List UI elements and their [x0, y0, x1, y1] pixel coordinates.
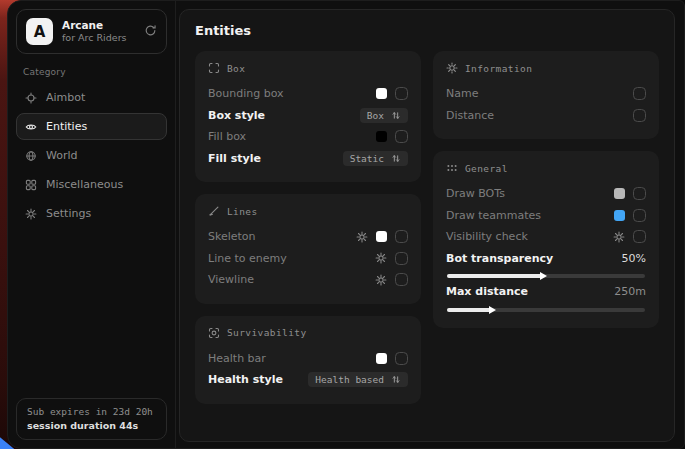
name-checkbox[interactable]	[633, 87, 646, 100]
viewline-checkbox[interactable]	[395, 273, 408, 286]
group-title: Information	[465, 63, 532, 74]
sidebar-item-label: Aimbot	[46, 91, 85, 104]
group-header-lines: Lines	[208, 205, 408, 217]
brand-text: Arcane for Arc Riders	[62, 19, 135, 44]
bot-transparency-value: 50%	[622, 252, 646, 265]
box-corners-icon	[208, 62, 220, 74]
row-draw-teammates: Draw teammates	[446, 205, 646, 227]
app-logo: A	[26, 18, 53, 45]
gear-icon[interactable]	[375, 252, 387, 264]
row-controls	[376, 130, 408, 143]
slider-fill	[447, 274, 542, 278]
color-swatch[interactable]	[376, 131, 387, 142]
columns: BoxBounding boxBox styleBoxFill boxFill …	[195, 51, 659, 404]
row-label-max-distance: Max distance	[446, 285, 528, 298]
slider-fill	[447, 308, 491, 312]
draw-teammates-checkbox[interactable]	[633, 209, 646, 222]
color-swatch[interactable]	[614, 210, 625, 221]
group-header-box: Box	[208, 62, 408, 74]
max-distance-slider[interactable]	[447, 308, 645, 312]
row-controls	[613, 230, 646, 243]
fill-box-checkbox[interactable]	[395, 130, 408, 143]
sidebar-item-world[interactable]: World	[16, 142, 167, 169]
row-bounding-box: Bounding box	[208, 83, 408, 105]
row-label-draw-bots: Draw BOTs	[446, 187, 505, 200]
distance-checkbox[interactable]	[633, 109, 646, 122]
row-viewline: Viewline	[208, 269, 408, 291]
color-swatch[interactable]	[376, 231, 387, 242]
row-controls: 250m	[614, 285, 646, 298]
main-card: Entities BoxBounding boxBox styleBoxFill…	[179, 9, 675, 442]
row-controls	[376, 87, 408, 100]
row-controls	[376, 352, 408, 365]
page-title: Entities	[195, 23, 659, 38]
gear-icon	[25, 208, 37, 220]
gear-icon[interactable]	[356, 231, 368, 243]
sidebar: A Arcane for Arc Riders Category AimbotE…	[8, 1, 176, 448]
draw-bots-checkbox[interactable]	[633, 187, 646, 200]
max-distance-value: 250m	[614, 285, 646, 298]
row-draw-bots: Draw BOTs	[446, 183, 646, 205]
sidebar-item-label: Entities	[46, 120, 87, 133]
sidebar-item-miscellaneous[interactable]: Miscellaneous	[16, 171, 167, 198]
row-label-visibility-check: Visibility check	[446, 230, 528, 243]
grid-icon	[25, 179, 37, 191]
group-title: Box	[227, 63, 245, 74]
row-health-style: Health styleHealth based	[208, 369, 408, 391]
sidebar-item-settings[interactable]: Settings	[16, 200, 167, 227]
sidebar-item-label: World	[46, 149, 78, 162]
row-label-health-bar: Health bar	[208, 352, 266, 365]
brand-card: A Arcane for Arc Riders	[16, 9, 167, 54]
sync-icon[interactable]	[144, 22, 157, 41]
crosshair-icon	[25, 92, 37, 104]
skeleton-checkbox[interactable]	[395, 230, 408, 243]
row-controls: Static	[343, 151, 408, 166]
gear-icon[interactable]	[375, 274, 387, 286]
slider-thumb[interactable]	[489, 306, 496, 314]
row-label-health-style: Health style	[208, 373, 283, 386]
fill-style-select[interactable]: Static	[343, 151, 408, 166]
health-bar-checkbox[interactable]	[395, 352, 408, 365]
row-label-skeleton: Skeleton	[208, 230, 256, 243]
line-icon	[208, 205, 220, 217]
row-max-distance: Max distance250m	[446, 281, 646, 303]
subscription-card: Sub expires in 23d 20h session duration …	[16, 398, 167, 440]
row-controls	[633, 109, 646, 122]
color-swatch[interactable]	[376, 88, 387, 99]
session-duration: session duration 44s	[27, 420, 156, 431]
group-general: GeneralDraw BOTsDraw teammatesVisibility…	[433, 151, 659, 328]
visibility-check-checkbox[interactable]	[633, 230, 646, 243]
bot-transparency-slider[interactable]	[447, 274, 645, 278]
line-to-enemy-checkbox[interactable]	[395, 252, 408, 265]
color-swatch[interactable]	[614, 188, 625, 199]
right-column: InformationNameDistanceGeneralDraw BOTsD…	[433, 51, 659, 328]
row-label-distance: Distance	[446, 109, 494, 122]
row-label-name: Name	[446, 87, 478, 100]
sidebar-item-aimbot[interactable]: Aimbot	[16, 84, 167, 111]
color-swatch[interactable]	[376, 353, 387, 364]
bounding-box-checkbox[interactable]	[395, 87, 408, 100]
subscription-expiry: Sub expires in 23d 20h	[27, 406, 156, 417]
health-style-select[interactable]: Health based	[308, 372, 408, 387]
row-label-fill-box: Fill box	[208, 130, 246, 143]
dots-icon	[446, 162, 458, 174]
row-controls	[614, 187, 646, 200]
app-name: Arcane	[62, 19, 135, 32]
row-controls: Box	[360, 108, 408, 123]
row-controls: 50%	[622, 252, 646, 265]
row-name: Name	[446, 83, 646, 105]
sidebar-item-entities[interactable]: Entities	[16, 113, 167, 140]
row-bot-transparency: Bot transparency50%	[446, 248, 646, 270]
gear-icon[interactable]	[613, 231, 625, 243]
sidebar-item-label: Miscellaneous	[46, 178, 123, 191]
group-title: Survivability	[227, 327, 307, 338]
row-label-draw-teammates: Draw teammates	[446, 209, 541, 222]
box-style-select[interactable]: Box	[360, 108, 408, 123]
row-controls	[614, 209, 646, 222]
row-line-to-enemy: Line to enemy	[208, 248, 408, 270]
row-distance: Distance	[446, 105, 646, 127]
group-header-general: General	[446, 162, 646, 174]
group-header-survivability: Survivability	[208, 327, 408, 339]
slider-thumb[interactable]	[540, 272, 547, 280]
sort-icon	[391, 374, 401, 385]
